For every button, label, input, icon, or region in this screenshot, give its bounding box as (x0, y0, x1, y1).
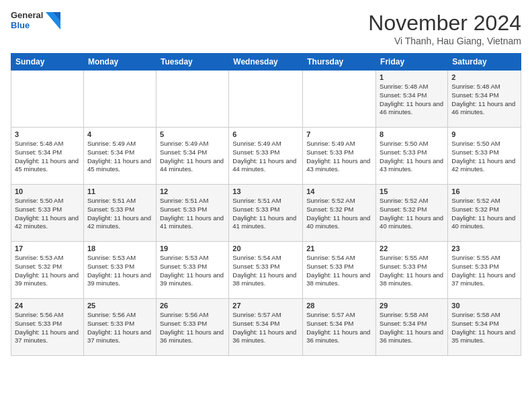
location-subtitle: Vi Thanh, Hau Giang, Vietnam (368, 36, 521, 46)
calendar-cell: 25Sunrise: 5:56 AM Sunset: 5:33 PM Dayli… (83, 299, 156, 356)
day-info: Sunrise: 5:58 AM Sunset: 5:34 PM Dayligh… (451, 311, 517, 345)
day-info: Sunrise: 5:51 AM Sunset: 5:33 PM Dayligh… (160, 197, 225, 231)
day-info: Sunrise: 5:57 AM Sunset: 5:34 PM Dayligh… (232, 311, 299, 345)
day-info: Sunrise: 5:54 AM Sunset: 5:33 PM Dayligh… (232, 254, 299, 288)
calendar-cell: 2Sunrise: 5:48 AM Sunset: 5:34 PM Daylig… (448, 71, 521, 128)
day-number: 21 (306, 244, 372, 253)
calendar-cell: 18Sunrise: 5:53 AM Sunset: 5:33 PM Dayli… (83, 242, 156, 299)
day-number: 14 (306, 187, 372, 195)
calendar-cell (11, 71, 84, 128)
calendar-cell: 26Sunrise: 5:56 AM Sunset: 5:33 PM Dayli… (156, 299, 228, 356)
day-number: 30 (451, 302, 517, 310)
day-number: 18 (87, 244, 152, 253)
page-header: General Blue November 2024 Vi Thanh, Hau… (11, 11, 521, 46)
day-number: 25 (87, 302, 152, 310)
day-info: Sunrise: 5:52 AM Sunset: 5:32 PM Dayligh… (451, 197, 517, 231)
calendar-cell: 14Sunrise: 5:52 AM Sunset: 5:32 PM Dayli… (303, 185, 376, 242)
day-number: 29 (380, 302, 444, 310)
day-number: 24 (15, 302, 80, 310)
day-info: Sunrise: 5:55 AM Sunset: 5:33 PM Dayligh… (451, 254, 517, 288)
day-info: Sunrise: 5:51 AM Sunset: 5:33 PM Dayligh… (232, 197, 299, 231)
day-number: 5 (160, 130, 225, 138)
title-block: November 2024 Vi Thanh, Hau Giang, Vietn… (368, 11, 521, 46)
calendar-cell: 10Sunrise: 5:50 AM Sunset: 5:33 PM Dayli… (11, 185, 84, 242)
calendar-cell: 7Sunrise: 5:49 AM Sunset: 5:33 PM Daylig… (303, 128, 376, 185)
day-number: 28 (306, 302, 372, 310)
day-info: Sunrise: 5:58 AM Sunset: 5:34 PM Dayligh… (380, 311, 444, 345)
calendar-cell: 9Sunrise: 5:50 AM Sunset: 5:33 PM Daylig… (448, 128, 521, 185)
day-info: Sunrise: 5:56 AM Sunset: 5:33 PM Dayligh… (87, 311, 152, 345)
calendar-cell: 15Sunrise: 5:52 AM Sunset: 5:32 PM Dayli… (376, 185, 448, 242)
day-info: Sunrise: 5:49 AM Sunset: 5:34 PM Dayligh… (160, 140, 225, 174)
day-info: Sunrise: 5:53 AM Sunset: 5:33 PM Dayligh… (160, 254, 225, 288)
day-number: 16 (451, 187, 517, 195)
day-info: Sunrise: 5:50 AM Sunset: 5:33 PM Dayligh… (380, 140, 444, 174)
col-header-saturday: Saturday (448, 54, 521, 71)
day-number: 15 (380, 187, 444, 195)
day-info: Sunrise: 5:51 AM Sunset: 5:33 PM Dayligh… (87, 197, 152, 231)
day-number: 12 (160, 187, 225, 195)
calendar-cell: 3Sunrise: 5:48 AM Sunset: 5:34 PM Daylig… (11, 128, 84, 185)
day-number: 6 (232, 130, 299, 138)
calendar-cell: 12Sunrise: 5:51 AM Sunset: 5:33 PM Dayli… (156, 185, 228, 242)
day-number: 1 (380, 73, 444, 81)
day-info: Sunrise: 5:55 AM Sunset: 5:33 PM Dayligh… (380, 254, 444, 288)
day-info: Sunrise: 5:57 AM Sunset: 5:34 PM Dayligh… (306, 311, 372, 345)
day-info: Sunrise: 5:49 AM Sunset: 5:33 PM Dayligh… (306, 140, 372, 174)
day-number: 22 (380, 244, 444, 253)
calendar-cell (229, 71, 303, 128)
calendar-cell: 1Sunrise: 5:48 AM Sunset: 5:34 PM Daylig… (376, 71, 448, 128)
calendar-cell: 4Sunrise: 5:49 AM Sunset: 5:34 PM Daylig… (83, 128, 156, 185)
day-number: 11 (87, 187, 152, 195)
day-info: Sunrise: 5:53 AM Sunset: 5:32 PM Dayligh… (15, 254, 80, 288)
calendar-cell: 16Sunrise: 5:52 AM Sunset: 5:32 PM Dayli… (448, 185, 521, 242)
calendar-cell (156, 71, 228, 128)
logo: General Blue (11, 11, 60, 31)
calendar-cell (83, 71, 156, 128)
day-number: 10 (15, 187, 80, 195)
day-number: 19 (160, 244, 225, 253)
day-number: 3 (15, 130, 80, 138)
day-number: 2 (451, 73, 517, 81)
day-number: 27 (232, 302, 299, 310)
calendar-cell: 20Sunrise: 5:54 AM Sunset: 5:33 PM Dayli… (229, 242, 303, 299)
day-info: Sunrise: 5:54 AM Sunset: 5:33 PM Dayligh… (306, 254, 372, 288)
month-title: November 2024 (368, 11, 521, 36)
calendar-cell: 23Sunrise: 5:55 AM Sunset: 5:33 PM Dayli… (448, 242, 521, 299)
col-header-wednesday: Wednesday (229, 54, 303, 71)
calendar-cell: 11Sunrise: 5:51 AM Sunset: 5:33 PM Dayli… (83, 185, 156, 242)
calendar-cell: 29Sunrise: 5:58 AM Sunset: 5:34 PM Dayli… (376, 299, 448, 356)
day-number: 7 (306, 130, 372, 138)
calendar-table: SundayMondayTuesdayWednesdayThursdayFrid… (11, 53, 521, 356)
day-number: 20 (232, 244, 299, 253)
calendar-cell: 8Sunrise: 5:50 AM Sunset: 5:33 PM Daylig… (376, 128, 448, 185)
calendar-cell: 22Sunrise: 5:55 AM Sunset: 5:33 PM Dayli… (376, 242, 448, 299)
day-info: Sunrise: 5:56 AM Sunset: 5:33 PM Dayligh… (15, 311, 80, 345)
day-info: Sunrise: 5:52 AM Sunset: 5:32 PM Dayligh… (306, 197, 372, 231)
calendar-cell: 30Sunrise: 5:58 AM Sunset: 5:34 PM Dayli… (448, 299, 521, 356)
logo-triangle-icon (46, 12, 60, 30)
col-header-thursday: Thursday (303, 54, 376, 71)
day-number: 13 (232, 187, 299, 195)
calendar-cell: 19Sunrise: 5:53 AM Sunset: 5:33 PM Dayli… (156, 242, 228, 299)
day-info: Sunrise: 5:48 AM Sunset: 5:34 PM Dayligh… (380, 83, 444, 117)
day-info: Sunrise: 5:48 AM Sunset: 5:34 PM Dayligh… (451, 83, 517, 117)
day-info: Sunrise: 5:48 AM Sunset: 5:34 PM Dayligh… (15, 140, 80, 174)
calendar-cell: 5Sunrise: 5:49 AM Sunset: 5:34 PM Daylig… (156, 128, 228, 185)
day-info: Sunrise: 5:53 AM Sunset: 5:33 PM Dayligh… (87, 254, 152, 288)
day-number: 26 (160, 302, 225, 310)
day-info: Sunrise: 5:56 AM Sunset: 5:33 PM Dayligh… (160, 311, 225, 345)
calendar-cell: 28Sunrise: 5:57 AM Sunset: 5:34 PM Dayli… (303, 299, 376, 356)
calendar-cell: 24Sunrise: 5:56 AM Sunset: 5:33 PM Dayli… (11, 299, 84, 356)
day-number: 9 (451, 130, 517, 138)
day-number: 23 (451, 244, 517, 253)
col-header-monday: Monday (83, 54, 156, 71)
logo-text: General Blue (11, 11, 43, 31)
day-info: Sunrise: 5:49 AM Sunset: 5:34 PM Dayligh… (87, 140, 152, 174)
col-header-tuesday: Tuesday (156, 54, 228, 71)
calendar-cell: 6Sunrise: 5:49 AM Sunset: 5:33 PM Daylig… (229, 128, 303, 185)
day-number: 4 (87, 130, 152, 138)
calendar-cell: 17Sunrise: 5:53 AM Sunset: 5:32 PM Dayli… (11, 242, 84, 299)
col-header-sunday: Sunday (11, 54, 84, 71)
calendar-cell: 13Sunrise: 5:51 AM Sunset: 5:33 PM Dayli… (229, 185, 303, 242)
